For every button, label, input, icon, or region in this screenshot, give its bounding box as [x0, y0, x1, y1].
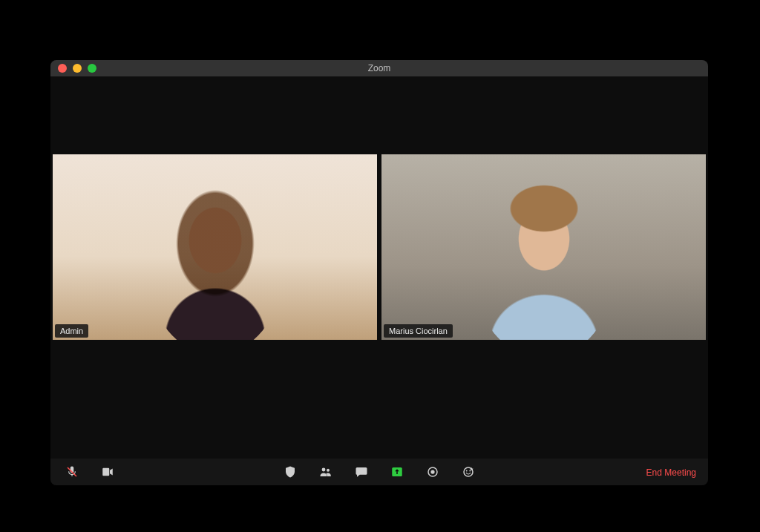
minimize-icon[interactable] [73, 64, 82, 73]
microphone-muted-icon [65, 465, 79, 479]
participants-button[interactable] [319, 465, 332, 479]
svg-point-8 [469, 470, 471, 472]
video-camera-icon [101, 465, 114, 479]
share-screen-icon [390, 465, 404, 479]
meeting-area: Admin Marius Ciocirlan [50, 76, 708, 459]
people-icon [319, 465, 332, 479]
end-meeting-button[interactable]: End Meeting [646, 467, 696, 478]
record-icon [426, 465, 439, 479]
record-button[interactable] [426, 465, 439, 479]
svg-point-2 [327, 469, 330, 472]
video-button[interactable] [101, 465, 114, 479]
security-button[interactable] [284, 465, 297, 479]
zoom-window: Zoom Admin Marius Ciocirlan [50, 60, 708, 485]
participant-tile[interactable]: Admin [53, 154, 377, 340]
participant-video [53, 154, 377, 340]
share-screen-button[interactable] [390, 465, 404, 479]
svg-point-5 [430, 470, 434, 473]
svg-point-7 [466, 470, 468, 472]
video-grid: Admin Marius Ciocirlan [53, 154, 706, 340]
zoom-icon[interactable] [88, 64, 96, 73]
reactions-button[interactable] [462, 465, 475, 479]
chat-bubble-icon [355, 465, 368, 479]
participant-video [381, 154, 706, 340]
participant-name-label: Marius Ciocirlan [384, 324, 453, 338]
window-controls [50, 64, 96, 73]
titlebar[interactable]: Zoom [50, 60, 708, 76]
participant-tile[interactable]: Marius Ciocirlan [381, 154, 706, 340]
meeting-toolbar: End Meeting [50, 459, 708, 485]
window-title: Zoom [50, 63, 708, 73]
participant-name-label: Admin [55, 324, 88, 338]
mute-button[interactable] [65, 465, 79, 479]
smiley-icon [462, 465, 475, 479]
shield-icon [284, 465, 297, 479]
svg-point-1 [322, 468, 326, 472]
close-icon[interactable] [58, 64, 67, 73]
chat-button[interactable] [355, 465, 368, 479]
